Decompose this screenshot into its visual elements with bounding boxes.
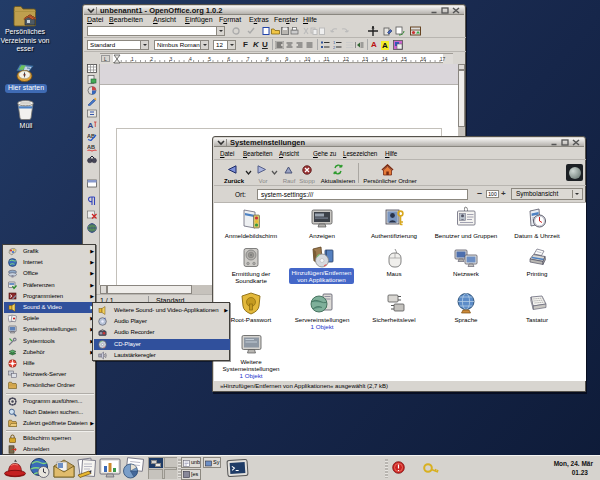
svg-text:2: 2: [333, 45, 336, 49]
svg-text:AB: AB: [87, 144, 95, 150]
svg-text:A: A: [88, 121, 94, 130]
